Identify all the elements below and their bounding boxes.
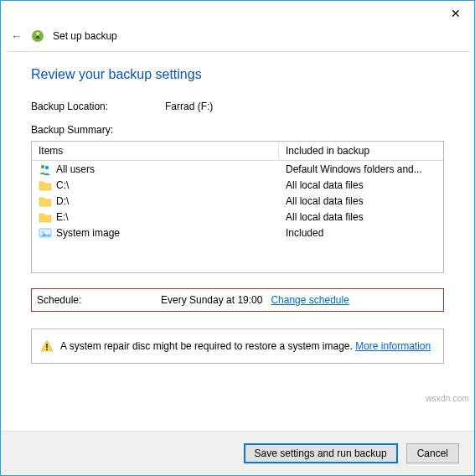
users-icon [39,163,52,176]
table-row[interactable]: E:\All local data files [32,209,443,225]
summary-table: Items Included in backup All usersDefaul… [31,141,444,273]
included-cell: Included [279,227,443,239]
item-cell: D:\ [32,194,279,208]
svg-point-1 [36,32,39,35]
table-body: All usersDefault Windows folders and...C… [32,161,443,241]
item-text: C:\ [56,179,69,191]
cancel-button[interactable]: Cancel [406,443,459,463]
item-cell: E:\ [32,210,279,224]
included-cell: All local data files [279,195,443,207]
table-header: Items Included in backup [32,142,443,161]
svg-point-3 [45,165,49,168]
header: ← Set up backup [1,26,474,51]
titlebar: ✕ [1,1,474,26]
backup-summary-label: Backup Summary: [31,124,444,136]
schedule-row: Schedule: Every Sunday at 19:00 Change s… [31,288,444,312]
included-cell: Default Windows folders and... [279,163,443,175]
included-cell: All local data files [279,211,443,223]
image-icon [39,226,52,240]
table-row[interactable]: D:\All local data files [32,193,443,209]
schedule-value: Every Sunday at 19:00 [161,294,262,306]
schedule-label: Schedule: [34,294,161,306]
change-schedule-link[interactable]: Change schedule [271,294,349,306]
svg-rect-8 [46,349,48,350]
svg-rect-7 [46,344,48,348]
footer: Save settings and run backup Cancel [1,431,474,475]
backup-location-value: Farrad (F:) [165,101,213,112]
item-cell: All users [32,163,279,176]
item-text: D:\ [56,195,69,207]
folder-icon [39,194,52,208]
backup-location-row: Backup Location: Farrad (F:) [31,101,444,112]
item-text: System image [56,227,120,239]
save-settings-button[interactable]: Save settings and run backup [244,443,398,463]
watermark: wsxdn.com [426,394,469,403]
close-icon[interactable]: ✕ [444,3,467,23]
more-information-link[interactable]: More information [355,340,431,352]
item-text: All users [56,163,95,175]
table-row[interactable]: C:\All local data files [32,177,443,193]
warning-text: A system repair disc might be required t… [60,340,355,352]
back-arrow-icon[interactable]: ← [11,29,23,43]
content-area: Review your backup settings Backup Locat… [1,52,474,431]
folder-icon [39,210,52,224]
item-cell: C:\ [32,178,279,192]
warning-icon [40,339,54,353]
included-cell: All local data files [279,179,443,191]
svg-point-5 [42,230,44,233]
table-row[interactable]: System imageIncluded [32,225,443,241]
col-included[interactable]: Included in backup [279,142,443,160]
page-title: Review your backup settings [31,67,444,82]
table-row[interactable]: All usersDefault Windows folders and... [32,161,443,177]
col-items[interactable]: Items [32,142,279,160]
warning-text-wrap: A system repair disc might be required t… [60,340,431,352]
item-text: E:\ [56,211,69,223]
folder-icon [39,178,52,192]
warning-box: A system repair disc might be required t… [31,329,444,364]
backup-location-label: Backup Location: [31,101,165,112]
window-title: Set up backup [53,30,117,42]
backup-app-icon [31,29,44,43]
item-cell: System image [32,226,279,240]
svg-point-2 [41,164,44,168]
